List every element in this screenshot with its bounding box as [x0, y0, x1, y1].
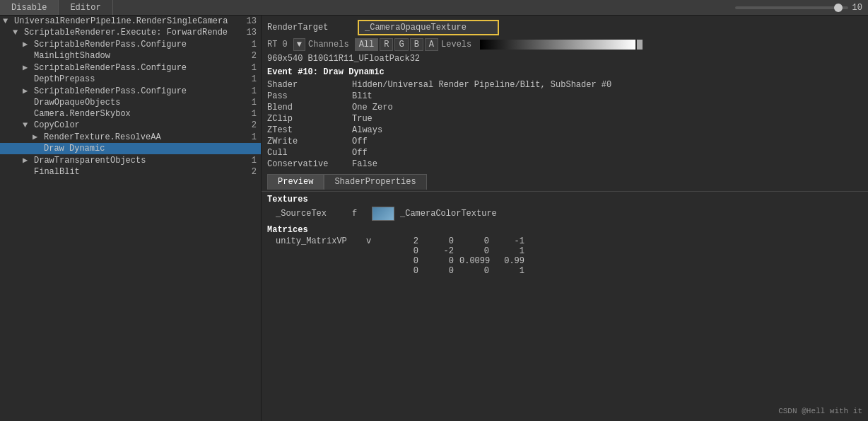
matrix-cell: 0: [421, 266, 457, 276]
levels-marker: [637, 40, 643, 50]
tab-shaderproperties[interactable]: ShaderProperties: [324, 174, 426, 190]
slider-value: 10: [852, 3, 862, 13]
prop-label: Cull: [267, 148, 352, 158]
tree-item-label: DrawOpaqueObjects: [33, 98, 247, 108]
tree-item-count: 1: [247, 98, 261, 108]
texture-name: _SourceTex: [276, 209, 346, 219]
channel-button-r[interactable]: R: [380, 38, 393, 51]
prop-row: Shader Hidden/Universal Render Pipeline/…: [262, 79, 868, 91]
matrix-cell: 0: [421, 236, 457, 246]
tree-item-count: 2: [247, 51, 261, 61]
matrix-row: unity_MatrixVP v 200-10-201000.00990.990…: [262, 236, 868, 277]
texture-ref-name: _CameraColorTexture: [400, 209, 497, 219]
rt-dropdown[interactable]: ▼: [293, 38, 305, 51]
editor-button[interactable]: Editor: [59, 0, 112, 15]
prop-value: One Zero: [352, 103, 862, 113]
prop-label: Blend: [267, 103, 352, 113]
prop-value: Blit: [352, 91, 862, 101]
channel-button-all[interactable]: All: [355, 38, 379, 51]
tree-item-count: 2: [247, 167, 261, 177]
matrix-type: v: [366, 236, 380, 246]
tree-item[interactable]: DepthPrepass 1: [0, 74, 261, 85]
tree-item[interactable]: MainLightShadow 2: [0, 50, 261, 62]
tree-item[interactable]: ▶ DrawTransparentObjects 1: [0, 154, 261, 166]
channel-button-a[interactable]: A: [425, 38, 438, 51]
event-header: Event #10: Draw Dynamic: [262, 65, 868, 79]
textures-header: Textures: [262, 192, 868, 205]
prop-value: Off: [352, 148, 862, 158]
prop-row: ZWrite Off: [262, 136, 868, 147]
tree-item-count: 1: [247, 109, 261, 119]
channel-button-b[interactable]: B: [410, 38, 423, 51]
prop-value: True: [352, 114, 862, 124]
tree-item-label: DrawTransparentObjects: [33, 156, 247, 166]
tree-item[interactable]: Draw Dynamic: [0, 143, 261, 154]
tree-item-count: 1: [247, 156, 261, 166]
tree-item-count: 1: [247, 132, 261, 142]
tree-item-label: Camera.RenderSkybox: [33, 109, 247, 119]
prop-label: Shader: [267, 80, 352, 90]
tree-item[interactable]: ▶ ScriptableRenderPass.Configure 1: [0, 38, 261, 50]
tree-item-count: 1: [247, 63, 261, 73]
matrix-cell: 0.0099: [457, 256, 492, 266]
tree-item[interactable]: ▶ RenderTexture.ResolveAA 1: [0, 131, 261, 143]
tree-arrow: ▼: [13, 28, 23, 38]
matrix-cell: 0: [457, 236, 492, 246]
rt-label: RT 0: [267, 40, 288, 50]
tree-item-label: RenderTexture.ResolveAA: [42, 132, 247, 142]
tabs-row: PreviewShaderProperties: [262, 170, 868, 192]
tab-preview[interactable]: Preview: [267, 174, 324, 190]
tree-item[interactable]: ▶ ScriptableRenderPass.Configure 1: [0, 85, 261, 97]
prop-label: Pass: [267, 91, 352, 101]
matrix-cell: 0: [457, 266, 492, 276]
top-bar: Disable Editor 10: [0, 0, 868, 16]
prop-row: Pass Blit: [262, 91, 868, 102]
tree-item-label: Draw Dynamic: [42, 144, 247, 154]
tree-item[interactable]: ▼ ScriptableRenderer.Execute: ForwardRen…: [0, 27, 261, 38]
tree-arrow: ▶: [23, 39, 33, 50]
prop-value: Hidden/Universal Render Pipeline/Blit, S…: [352, 80, 862, 90]
tree-arrow: ▶: [33, 132, 42, 142]
matrix-cell: 2: [386, 236, 421, 246]
tree-item-count: 13: [247, 16, 261, 26]
disable-label: Disable: [11, 3, 47, 13]
render-target-value: _CameraOpaqueTexture: [358, 20, 499, 35]
prop-value: Off: [352, 137, 862, 146]
channel-button-g[interactable]: G: [394, 38, 408, 51]
resolution-text: 960x540 B10G11R11_UFloatPack32: [267, 54, 420, 64]
slider-area: 10: [729, 3, 868, 13]
prop-row: Blend One Zero: [262, 102, 868, 113]
slider-thumb[interactable]: [834, 4, 843, 12]
tree-item-count: 1: [247, 74, 261, 84]
tree-item[interactable]: ▼ CopyColor 2: [0, 120, 261, 131]
tree-panel: ▼ UniversalRenderPipeline.RenderSingleCa…: [0, 16, 262, 421]
matrix-cell: 0.99: [492, 256, 527, 266]
resolution-row: 960x540 B10G11R11_UFloatPack32: [262, 52, 868, 65]
tree-item-count: 1: [247, 40, 261, 50]
tree-arrow: ▼: [23, 120, 33, 130]
levels-bar: [480, 40, 635, 50]
prop-value: False: [352, 159, 862, 169]
tree-item[interactable]: Camera.RenderSkybox 1: [0, 108, 261, 120]
prop-row: ZTest Always: [262, 125, 868, 136]
channels-row: RT 0 ▼ Channels AllRGBA Levels: [262, 37, 868, 52]
tree-item[interactable]: ▼ UniversalRenderPipeline.RenderSingleCa…: [0, 16, 261, 27]
textures-list: _SourceTex f _CameraColorTexture: [262, 205, 868, 222]
tree-item[interactable]: FinalBlit 2: [0, 166, 261, 178]
disable-button[interactable]: Disable: [0, 0, 59, 15]
texture-type: f: [352, 209, 366, 219]
matrix-cell: 1: [492, 246, 527, 256]
prop-label: ZWrite: [267, 137, 352, 146]
tree-arrow: ▶: [23, 155, 33, 166]
tree-item[interactable]: ▶ ScriptableRenderPass.Configure 1: [0, 62, 261, 74]
render-target-label: RenderTarget: [267, 23, 352, 33]
editor-label: Editor: [70, 3, 100, 13]
tree-item-label: ScriptableRenderer.Execute: ForwardRende: [23, 28, 247, 38]
prop-value: Always: [352, 125, 862, 135]
tree-item[interactable]: DrawOpaqueObjects 1: [0, 97, 261, 108]
texture-row: _SourceTex f _CameraColorTexture: [262, 205, 868, 222]
matrix-cell: 0: [421, 256, 457, 266]
slider-track[interactable]: [735, 6, 848, 9]
prop-label: Conservative: [267, 159, 352, 169]
main-content: ▼ UniversalRenderPipeline.RenderSingleCa…: [0, 16, 868, 421]
